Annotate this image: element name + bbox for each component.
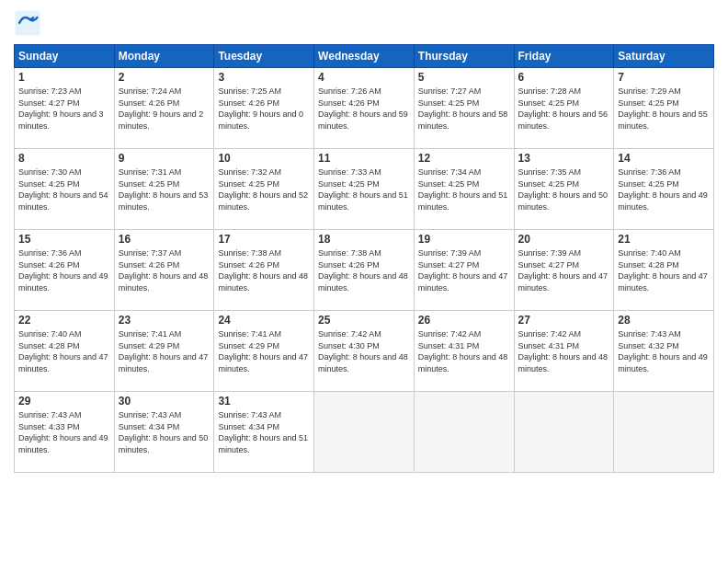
day-cell: 25 Sunrise: 7:42 AMSunset: 4:30 PMDaylig… bbox=[314, 311, 415, 392]
day-cell: 3 Sunrise: 7:25 AMSunset: 4:26 PMDayligh… bbox=[214, 68, 314, 149]
cell-info: Sunrise: 7:29 AMSunset: 4:25 PMDaylight:… bbox=[618, 86, 708, 131]
cell-info: Sunrise: 7:31 AMSunset: 4:25 PMDaylight:… bbox=[119, 167, 209, 212]
week-row-2: 8 Sunrise: 7:30 AMSunset: 4:25 PMDayligh… bbox=[15, 149, 714, 230]
day-cell bbox=[614, 392, 714, 473]
page: SundayMondayTuesdayWednesdayThursdayFrid… bbox=[0, 0, 728, 563]
cell-info: Sunrise: 7:43 AMSunset: 4:34 PMDaylight:… bbox=[119, 410, 209, 454]
day-number: 20 bbox=[518, 233, 610, 246]
cell-info: Sunrise: 7:42 AMSunset: 4:31 PMDaylight:… bbox=[418, 329, 508, 373]
day-number: 23 bbox=[119, 314, 210, 327]
logo bbox=[14, 9, 45, 37]
day-cell: 7 Sunrise: 7:29 AMSunset: 4:25 PMDayligh… bbox=[614, 68, 714, 149]
cell-info: Sunrise: 7:43 AMSunset: 4:33 PMDaylight:… bbox=[18, 410, 108, 454]
cell-info: Sunrise: 7:34 AMSunset: 4:25 PMDaylight:… bbox=[418, 167, 508, 212]
day-number: 28 bbox=[618, 314, 710, 327]
cell-info: Sunrise: 7:42 AMSunset: 4:31 PMDaylight:… bbox=[518, 329, 609, 373]
day-number: 4 bbox=[318, 71, 410, 84]
day-cell: 2 Sunrise: 7:24 AMSunset: 4:26 PMDayligh… bbox=[114, 68, 214, 149]
day-number: 17 bbox=[218, 233, 310, 246]
cell-info: Sunrise: 7:37 AMSunset: 4:26 PMDaylight:… bbox=[119, 248, 209, 293]
cell-info: Sunrise: 7:35 AMSunset: 4:25 PMDaylight:… bbox=[518, 167, 609, 212]
cell-info: Sunrise: 7:39 AMSunset: 4:27 PMDaylight:… bbox=[518, 248, 609, 293]
day-number: 21 bbox=[618, 233, 710, 246]
cell-info: Sunrise: 7:38 AMSunset: 4:26 PMDaylight:… bbox=[318, 248, 408, 293]
day-cell: 24 Sunrise: 7:41 AMSunset: 4:29 PMDaylig… bbox=[214, 311, 314, 392]
column-header-thursday: Thursday bbox=[414, 45, 514, 68]
calendar-body: 1 Sunrise: 7:23 AMSunset: 4:27 PMDayligh… bbox=[15, 68, 714, 473]
day-cell bbox=[514, 392, 614, 473]
column-header-sunday: Sunday bbox=[15, 45, 115, 68]
day-number: 14 bbox=[618, 152, 710, 165]
day-number: 9 bbox=[119, 152, 210, 165]
day-number: 29 bbox=[18, 395, 110, 408]
cell-info: Sunrise: 7:23 AMSunset: 4:27 PMDaylight:… bbox=[18, 86, 104, 131]
week-row-1: 1 Sunrise: 7:23 AMSunset: 4:27 PMDayligh… bbox=[15, 68, 714, 149]
cell-info: Sunrise: 7:43 AMSunset: 4:32 PMDaylight:… bbox=[618, 329, 708, 373]
column-header-saturday: Saturday bbox=[614, 45, 714, 68]
cell-info: Sunrise: 7:33 AMSunset: 4:25 PMDaylight:… bbox=[318, 167, 408, 212]
day-number: 2 bbox=[119, 71, 210, 84]
day-number: 6 bbox=[518, 71, 610, 84]
cell-info: Sunrise: 7:39 AMSunset: 4:27 PMDaylight:… bbox=[418, 248, 508, 293]
day-cell: 14 Sunrise: 7:36 AMSunset: 4:25 PMDaylig… bbox=[614, 149, 714, 230]
day-cell: 4 Sunrise: 7:26 AMSunset: 4:26 PMDayligh… bbox=[314, 68, 415, 149]
cell-info: Sunrise: 7:27 AMSunset: 4:25 PMDaylight:… bbox=[418, 86, 508, 131]
day-cell: 20 Sunrise: 7:39 AMSunset: 4:27 PMDaylig… bbox=[514, 230, 614, 311]
cell-info: Sunrise: 7:26 AMSunset: 4:26 PMDaylight:… bbox=[318, 86, 408, 131]
day-cell: 6 Sunrise: 7:28 AMSunset: 4:25 PMDayligh… bbox=[514, 68, 614, 149]
day-cell: 16 Sunrise: 7:37 AMSunset: 4:26 PMDaylig… bbox=[114, 230, 214, 311]
day-cell: 19 Sunrise: 7:39 AMSunset: 4:27 PMDaylig… bbox=[414, 230, 514, 311]
day-number: 1 bbox=[18, 71, 110, 84]
column-header-friday: Friday bbox=[514, 45, 614, 68]
day-number: 8 bbox=[18, 152, 110, 165]
day-cell: 15 Sunrise: 7:36 AMSunset: 4:26 PMDaylig… bbox=[15, 230, 115, 311]
day-cell: 5 Sunrise: 7:27 AMSunset: 4:25 PMDayligh… bbox=[414, 68, 514, 149]
cell-info: Sunrise: 7:40 AMSunset: 4:28 PMDaylight:… bbox=[618, 248, 708, 293]
day-cell: 18 Sunrise: 7:38 AMSunset: 4:26 PMDaylig… bbox=[314, 230, 415, 311]
day-number: 13 bbox=[518, 152, 610, 165]
day-number: 3 bbox=[218, 71, 310, 84]
week-row-4: 22 Sunrise: 7:40 AMSunset: 4:28 PMDaylig… bbox=[15, 311, 714, 392]
day-cell: 28 Sunrise: 7:43 AMSunset: 4:32 PMDaylig… bbox=[614, 311, 714, 392]
cell-info: Sunrise: 7:36 AMSunset: 4:26 PMDaylight:… bbox=[18, 248, 108, 293]
day-number: 24 bbox=[218, 314, 310, 327]
day-cell: 1 Sunrise: 7:23 AMSunset: 4:27 PMDayligh… bbox=[15, 68, 115, 149]
column-header-wednesday: Wednesday bbox=[314, 45, 415, 68]
day-number: 12 bbox=[418, 152, 510, 165]
day-number: 25 bbox=[318, 314, 410, 327]
cell-info: Sunrise: 7:24 AMSunset: 4:26 PMDaylight:… bbox=[119, 86, 204, 131]
day-cell: 21 Sunrise: 7:40 AMSunset: 4:28 PMDaylig… bbox=[614, 230, 714, 311]
week-row-5: 29 Sunrise: 7:43 AMSunset: 4:33 PMDaylig… bbox=[15, 392, 714, 473]
day-number: 27 bbox=[518, 314, 610, 327]
day-number: 19 bbox=[418, 233, 510, 246]
week-row-3: 15 Sunrise: 7:36 AMSunset: 4:26 PMDaylig… bbox=[15, 230, 714, 311]
day-cell: 8 Sunrise: 7:30 AMSunset: 4:25 PMDayligh… bbox=[15, 149, 115, 230]
calendar-table: SundayMondayTuesdayWednesdayThursdayFrid… bbox=[14, 44, 714, 473]
header-row: SundayMondayTuesdayWednesdayThursdayFrid… bbox=[15, 45, 714, 68]
day-cell: 22 Sunrise: 7:40 AMSunset: 4:28 PMDaylig… bbox=[15, 311, 115, 392]
day-number: 5 bbox=[418, 71, 510, 84]
column-header-monday: Monday bbox=[114, 45, 214, 68]
day-cell: 13 Sunrise: 7:35 AMSunset: 4:25 PMDaylig… bbox=[514, 149, 614, 230]
cell-info: Sunrise: 7:41 AMSunset: 4:29 PMDaylight:… bbox=[119, 329, 209, 373]
cell-info: Sunrise: 7:28 AMSunset: 4:25 PMDaylight:… bbox=[518, 86, 609, 131]
day-cell: 26 Sunrise: 7:42 AMSunset: 4:31 PMDaylig… bbox=[414, 311, 514, 392]
cell-info: Sunrise: 7:43 AMSunset: 4:34 PMDaylight:… bbox=[218, 410, 308, 454]
cell-info: Sunrise: 7:30 AMSunset: 4:25 PMDaylight:… bbox=[18, 167, 108, 212]
day-number: 26 bbox=[418, 314, 510, 327]
cell-info: Sunrise: 7:38 AMSunset: 4:26 PMDaylight:… bbox=[218, 248, 308, 293]
header bbox=[14, 9, 714, 37]
day-number: 18 bbox=[318, 233, 410, 246]
cell-info: Sunrise: 7:32 AMSunset: 4:25 PMDaylight:… bbox=[218, 167, 308, 212]
day-cell bbox=[314, 392, 415, 473]
day-cell: 30 Sunrise: 7:43 AMSunset: 4:34 PMDaylig… bbox=[114, 392, 214, 473]
day-cell: 12 Sunrise: 7:34 AMSunset: 4:25 PMDaylig… bbox=[414, 149, 514, 230]
day-number: 7 bbox=[618, 71, 710, 84]
day-number: 11 bbox=[318, 152, 410, 165]
day-cell: 27 Sunrise: 7:42 AMSunset: 4:31 PMDaylig… bbox=[514, 311, 614, 392]
day-number: 22 bbox=[18, 314, 110, 327]
day-cell bbox=[414, 392, 514, 473]
logo-icon bbox=[14, 9, 41, 37]
day-number: 30 bbox=[119, 395, 210, 408]
column-header-tuesday: Tuesday bbox=[214, 45, 314, 68]
